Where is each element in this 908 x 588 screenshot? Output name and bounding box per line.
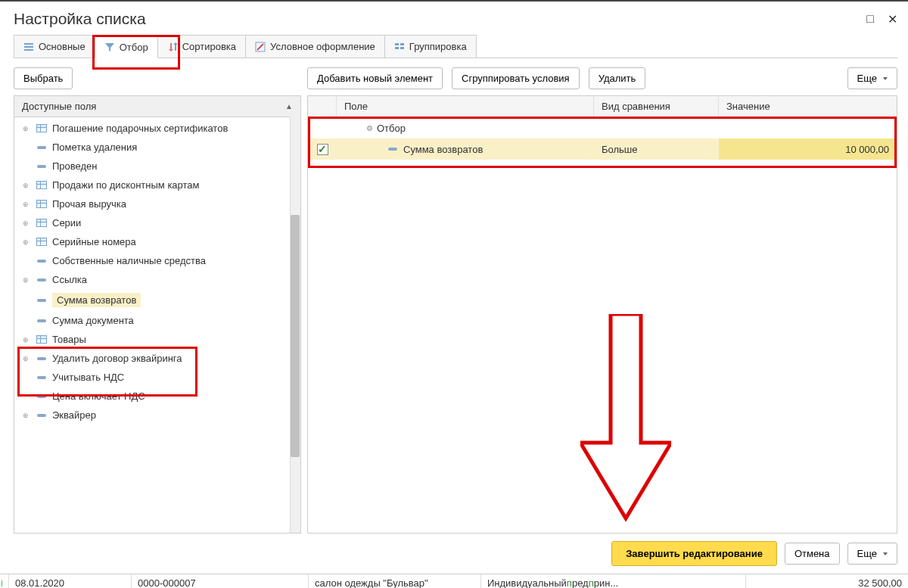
field-item[interactable]: ⊕Прочая выручка — [14, 194, 300, 213]
field-item[interactable]: Сумма возвратов — [14, 289, 300, 311]
dash-icon — [36, 372, 48, 383]
filter-group-label: Отбор — [377, 123, 406, 134]
status-bar: 08.01.2020 0000-000007 салон одежды "Бул… — [0, 574, 908, 588]
finish-editing-button[interactable]: Завершить редактирование — [611, 541, 777, 566]
field-item[interactable]: ⊕Продажи по дисконтным картам — [14, 176, 300, 194]
add-element-button[interactable]: Добавить новый элемент — [307, 67, 443, 89]
tab-label: Отбор — [120, 42, 148, 53]
table-icon — [36, 334, 48, 345]
content: Выбрать Доступные поля ▲ ⊕Погашение пода… — [0, 58, 908, 534]
scrollbar[interactable] — [290, 117, 300, 533]
field-item[interactable]: Проведен — [14, 157, 300, 176]
expand-icon[interactable]: ⊕ — [20, 238, 31, 246]
expand-icon[interactable]: ⊕ — [20, 412, 31, 419]
tab-sort[interactable]: Сортировка — [157, 35, 246, 58]
field-item[interactable]: ⊕Серии — [14, 213, 300, 232]
field-label: Продажи по дисконтным картам — [52, 179, 200, 191]
field-label: Товары — [52, 334, 86, 345]
field-item[interactable]: ⊕Эквайрер — [14, 406, 300, 425]
expand-icon[interactable]: ⊕ — [20, 125, 31, 132]
more-button[interactable]: Еще — [847, 67, 897, 89]
available-fields-header[interactable]: Доступные поля ▲ — [14, 96, 300, 117]
red-arrow-annotation — [580, 314, 671, 526]
status-amount: 32 500,00 — [746, 574, 908, 588]
tab-filter[interactable]: Отбор — [95, 36, 158, 58]
expand-icon[interactable]: ⊕ — [20, 219, 31, 227]
group-conditions-button[interactable]: Сгруппировать условия — [452, 67, 580, 89]
dash-icon — [36, 142, 48, 153]
filter-header-comparison: Вид сравнения — [594, 96, 719, 117]
dash-icon — [36, 161, 48, 172]
field-label: Серии — [52, 217, 81, 229]
filter-row-comparison[interactable]: Больше — [594, 138, 719, 160]
field-label: Учитывать НДС — [52, 372, 124, 383]
available-fields-list[interactable]: ⊕Погашение подарочных сертификатовПометк… — [14, 117, 300, 533]
delete-button[interactable]: Удалить — [589, 67, 646, 89]
tab-conditional-format[interactable]: Условное оформление — [245, 35, 385, 58]
dash-icon — [36, 256, 48, 266]
filter-row[interactable]: ✓ Сумма возвратов Больше 10 000,00 — [308, 138, 897, 160]
svg-rect-6 — [400, 43, 404, 45]
filter-row-checkbox[interactable]: ✓ — [317, 144, 328, 155]
filter-row-field: Сумма возвратов — [403, 144, 483, 155]
dialog-footer: Завершить редактирование Отмена Еще — [0, 534, 908, 574]
tab-grouping[interactable]: Группировка — [384, 35, 477, 58]
window: Настройка списка □ ✕ Основные Отбор Сорт… — [0, 0, 908, 588]
dash-icon — [36, 295, 48, 306]
status-dot-icon — [2, 580, 2, 587]
field-label: Удалить договор эквайринга — [52, 353, 182, 364]
dash-icon — [36, 410, 48, 421]
window-title: Настройка списка — [14, 10, 146, 28]
dash-icon — [36, 391, 48, 402]
tab-label: Основные — [39, 41, 86, 52]
available-fields-box: Доступные поля ▲ ⊕Погашение подарочных с… — [14, 95, 301, 534]
filter-body: Отбор ✓ Сумма возвратов Больше — [308, 117, 897, 533]
field-label: Ссылка — [52, 274, 87, 285]
footer-more-button[interactable]: Еще — [847, 543, 897, 565]
field-item[interactable]: Собственные наличные средства — [14, 251, 300, 270]
right-toolbar: Добавить новый элемент Сгруппировать усл… — [307, 67, 897, 89]
field-label: Цена включает НДС — [52, 390, 145, 402]
field-item[interactable]: Учитывать НДС — [14, 368, 300, 387]
cancel-button[interactable]: Отмена — [785, 543, 840, 565]
field-item[interactable]: ⊕Серийные номера — [14, 232, 300, 251]
field-label: Проведен — [52, 160, 98, 172]
field-item[interactable]: ⊕Погашение подарочных сертификатов — [14, 119, 300, 138]
group-icon — [394, 42, 405, 52]
expand-icon[interactable]: ⊕ — [20, 201, 31, 208]
svg-rect-4 — [395, 43, 399, 45]
tab-main[interactable]: Основные — [14, 35, 95, 58]
filter-row-value[interactable]: 10 000,00 — [719, 138, 897, 160]
expand-icon[interactable]: ⊕ — [20, 355, 31, 362]
filter-icon — [104, 42, 115, 52]
dash-icon — [36, 316, 48, 326]
maximize-icon[interactable]: □ — [866, 12, 874, 26]
scrollbar-thumb[interactable] — [291, 215, 300, 457]
svg-rect-1 — [24, 46, 33, 48]
field-item[interactable]: ⊕Удалить договор эквайринга — [14, 349, 300, 368]
table-icon — [36, 123, 48, 134]
field-item[interactable]: Пометка удаления — [14, 138, 300, 157]
tabs: Основные Отбор Сортировка Условное оформ… — [14, 35, 897, 58]
field-item[interactable]: ⊕Товары — [14, 330, 300, 349]
svg-rect-5 — [395, 47, 399, 49]
filter-header-field: Поле — [337, 96, 594, 117]
field-label: Серийные номера — [52, 236, 136, 247]
field-item[interactable]: Цена включает НДС — [14, 387, 300, 406]
expand-icon[interactable]: ⊕ — [20, 182, 31, 189]
filter-group-row[interactable]: Отбор — [308, 117, 897, 138]
field-label: Эквайрер — [52, 409, 96, 421]
field-label: Погашение подарочных сертификатов — [52, 123, 228, 134]
expand-icon[interactable]: ⊕ — [20, 336, 31, 344]
close-icon[interactable]: ✕ — [888, 12, 897, 26]
filter-header: Поле Вид сравнения Значение — [308, 96, 897, 117]
collapse-node-icon[interactable] — [367, 126, 372, 131]
table-icon — [36, 199, 48, 210]
window-controls: □ ✕ — [866, 12, 897, 26]
select-button[interactable]: Выбрать — [14, 67, 73, 89]
field-item[interactable]: Сумма документа — [14, 311, 300, 330]
filter-box: Поле Вид сравнения Значение Отбор — [307, 95, 897, 534]
field-item[interactable]: ⊕Ссылка — [14, 270, 300, 289]
expand-icon[interactable]: ⊕ — [20, 276, 31, 284]
tab-label: Группировка — [409, 41, 467, 52]
